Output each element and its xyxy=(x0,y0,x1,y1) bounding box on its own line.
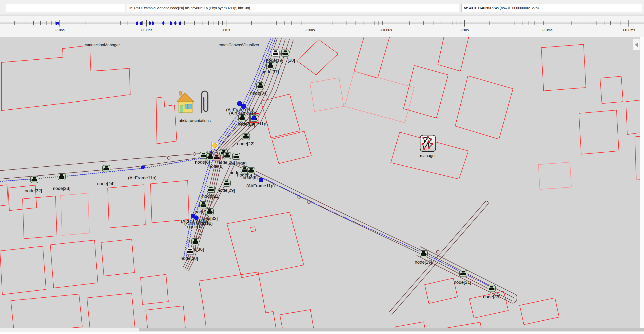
event-timeline[interactable]: +10ns+100ns+1us+10us+100us+1ms+10ms+100m… xyxy=(0,16,644,37)
message-label: (AirFrame11p) xyxy=(229,111,258,116)
building-outline xyxy=(50,240,98,288)
node-label: node[8] xyxy=(195,160,210,165)
transmission-event-dot xyxy=(241,104,246,109)
node-car[interactable] xyxy=(256,83,264,89)
road-junction-circle xyxy=(168,157,170,159)
node-car[interactable] xyxy=(58,173,65,180)
car-body xyxy=(460,273,466,275)
manager-graph-node xyxy=(428,147,430,149)
car-roof xyxy=(222,150,226,152)
timeline-tick-label: +100us xyxy=(380,28,392,32)
node-car[interactable] xyxy=(213,154,220,161)
timeline-event-dot[interactable] xyxy=(140,21,142,25)
road-line xyxy=(193,162,232,244)
timeline-event-dot[interactable] xyxy=(149,21,151,25)
node-car[interactable] xyxy=(200,202,207,208)
building-outline xyxy=(87,293,135,328)
car-body xyxy=(268,65,273,68)
car-body xyxy=(207,211,212,214)
node-car[interactable] xyxy=(267,62,274,69)
node-car[interactable] xyxy=(206,208,214,215)
node-label: rsu[0] xyxy=(207,149,218,154)
node-car[interactable] xyxy=(223,180,230,186)
car-roof xyxy=(202,202,205,204)
timeline-event-dot[interactable] xyxy=(136,21,138,25)
rsu-icon[interactable] xyxy=(211,142,218,149)
timeline-event-dot[interactable] xyxy=(174,21,176,25)
building-outline xyxy=(447,322,482,328)
car-roof xyxy=(259,83,262,85)
car-roof xyxy=(209,187,212,188)
car-roof xyxy=(244,134,248,136)
paperclip-shape xyxy=(202,91,208,113)
timeline-event-dot[interactable] xyxy=(56,22,57,25)
node-car[interactable] xyxy=(272,50,279,56)
node-car[interactable] xyxy=(247,167,255,174)
timeline-event-dot[interactable] xyxy=(162,21,164,25)
node-car[interactable] xyxy=(186,248,194,255)
car-roof xyxy=(105,166,108,167)
node-car[interactable] xyxy=(242,133,250,140)
transmission-event-dot xyxy=(194,215,199,220)
timeline-event-dot[interactable] xyxy=(152,21,154,25)
node-car[interactable] xyxy=(223,152,231,159)
horizontal-scrollbar-thumb[interactable] xyxy=(139,328,644,332)
node-label: node[34] xyxy=(250,91,268,96)
node-label: node[9] xyxy=(243,175,258,180)
car-roof xyxy=(188,249,192,250)
panel-collapse-button[interactable] xyxy=(633,39,640,50)
node-car[interactable] xyxy=(282,50,289,56)
node-car[interactable] xyxy=(207,186,215,192)
car-roof xyxy=(243,167,246,169)
network-map: node[32]node[28]node[24]rsu[0]node[8]nod… xyxy=(0,37,640,328)
building-outline xyxy=(146,306,186,328)
module-label: roadsCanvasVisualizer xyxy=(218,43,259,47)
car-body xyxy=(224,155,230,158)
manager-graph-node xyxy=(427,136,429,138)
message-info-box-empty xyxy=(6,4,125,12)
network-canvas[interactable]: node[32]node[28]node[24]rsu[0]node[8]nod… xyxy=(0,37,640,328)
node-car[interactable] xyxy=(420,250,428,257)
node-car[interactable] xyxy=(30,176,38,183)
node-car[interactable] xyxy=(192,238,199,245)
timeline-tick-label: +100ns xyxy=(140,28,152,32)
message-label: (AirFrame11p) xyxy=(184,221,212,226)
building-outline xyxy=(541,44,586,91)
building-outline xyxy=(354,37,390,78)
car-body xyxy=(59,176,64,179)
manager-graph-node xyxy=(422,137,425,139)
building-outline xyxy=(101,239,134,276)
manager-graph-node xyxy=(422,143,424,145)
manager-graph-node xyxy=(432,143,434,145)
car-body xyxy=(208,189,214,191)
obstacles-house-icon[interactable] xyxy=(177,92,194,112)
status-toolbar: In: RSUExampleScenario.node[20].nic.phy8… xyxy=(0,0,644,15)
building-outline xyxy=(310,78,344,112)
car-roof xyxy=(215,155,218,157)
node-car[interactable] xyxy=(232,153,240,160)
node-label: node[27] xyxy=(415,260,432,265)
node-label: node[35] xyxy=(483,294,500,299)
timeline-event-dot[interactable] xyxy=(179,21,181,25)
house-chimney xyxy=(179,92,182,95)
house-window xyxy=(185,104,188,109)
car-body xyxy=(273,53,278,55)
annotations-paperclip-icon[interactable] xyxy=(202,91,208,113)
manager-graph-node xyxy=(423,148,425,150)
building-outline xyxy=(199,272,276,328)
timeline-event-dot[interactable] xyxy=(170,21,172,25)
node-car[interactable] xyxy=(238,115,246,121)
node-car[interactable] xyxy=(488,285,496,292)
car-body xyxy=(489,288,494,290)
transmission-event-dot xyxy=(141,166,145,169)
message-label: (AirFrame11p) xyxy=(239,121,268,126)
node-car[interactable] xyxy=(102,165,110,172)
building-outline xyxy=(520,298,559,325)
horizontal-scrollbar[interactable] xyxy=(0,328,644,332)
car-body xyxy=(421,253,426,256)
node-label: node[24] xyxy=(97,181,114,186)
manager-icon[interactable] xyxy=(420,135,436,152)
timeline-event-dot[interactable] xyxy=(57,22,59,25)
node-car[interactable] xyxy=(460,270,467,277)
timeline-ruler: +10ns+100ns+1us+10us+100us+1ms+10ms+100m… xyxy=(0,16,644,37)
